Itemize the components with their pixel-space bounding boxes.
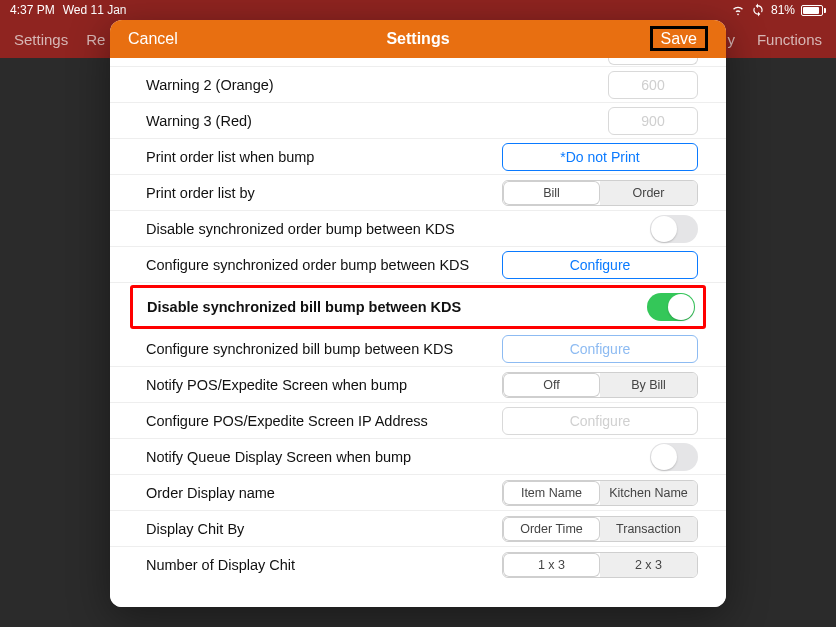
segment-order-name-item[interactable]: Item Name <box>503 481 600 505</box>
toggle-disable-order-sync[interactable] <box>650 215 698 243</box>
settings-list[interactable]: Warning 2 (Orange) 600 Warning 3 (Red) 9… <box>110 58 726 607</box>
settings-modal: Cancel Settings Save Warning 2 (Orange) … <box>110 20 726 607</box>
label-print-bump: Print order list when bump <box>146 149 492 165</box>
battery-icon <box>801 5 826 16</box>
row-warning-3: Warning 3 (Red) 900 <box>110 103 726 139</box>
row-notify-pos: Notify POS/Expedite Screen when bump Off… <box>110 367 726 403</box>
label-configure-order-sync: Configure synchronized order bump betwee… <box>146 257 492 273</box>
label-num-display-chit: Number of Display Chit <box>146 557 492 573</box>
row-disable-bill-sync: Disable synchronized bill bump between K… <box>130 285 706 329</box>
segment-print-by[interactable]: Bill Order <box>502 180 698 206</box>
label-display-chit-by: Display Chit By <box>146 521 492 537</box>
segment-chit-by-transaction[interactable]: Transaction <box>600 517 697 541</box>
input-warning-3[interactable]: 900 <box>608 107 698 135</box>
wifi-icon <box>731 3 745 17</box>
button-configure-order-sync[interactable]: Configure <box>502 251 698 279</box>
bgnav-partial-y[interactable]: y <box>727 31 735 48</box>
row-print-bump: Print order list when bump *Do not Print <box>110 139 726 175</box>
segment-chit-by[interactable]: Order Time Transaction <box>502 516 698 542</box>
modal-header: Cancel Settings Save <box>110 20 726 58</box>
segment-num-chit[interactable]: 1 x 3 2 x 3 <box>502 552 698 578</box>
bgnav-reports-partial[interactable]: Re <box>86 31 105 48</box>
row-warning-2: Warning 2 (Orange) 600 <box>110 67 726 103</box>
button-configure-bill-sync[interactable]: Configure <box>502 335 698 363</box>
row-notify-queue: Notify Queue Display Screen when bump <box>110 439 726 475</box>
row-disable-order-sync: Disable synchronized order bump between … <box>110 211 726 247</box>
label-notify-queue: Notify Queue Display Screen when bump <box>146 449 492 465</box>
label-warning-2: Warning 2 (Orange) <box>146 77 492 93</box>
label-notify-pos: Notify POS/Expedite Screen when bump <box>146 377 492 393</box>
row-configure-bill-sync: Configure synchronized bill bump between… <box>110 331 726 367</box>
row-warning-1-cut <box>110 58 726 67</box>
segment-print-by-order[interactable]: Order <box>600 181 697 205</box>
bgnav-settings[interactable]: Settings <box>14 31 68 48</box>
status-time: 4:37 PM <box>10 3 55 17</box>
toggle-disable-bill-sync[interactable] <box>647 293 695 321</box>
cancel-button[interactable]: Cancel <box>128 30 178 48</box>
label-warning-3: Warning 3 (Red) <box>146 113 492 129</box>
label-disable-bill-sync: Disable synchronized bill bump between K… <box>147 299 489 315</box>
row-order-display-name: Order Display name Item Name Kitchen Nam… <box>110 475 726 511</box>
segment-num-chit-2x3[interactable]: 2 x 3 <box>600 553 697 577</box>
segment-order-name[interactable]: Item Name Kitchen Name <box>502 480 698 506</box>
bgnav-functions[interactable]: Functions <box>757 31 822 48</box>
button-configure-pos-ip: Configure <box>502 407 698 435</box>
label-print-by: Print order list by <box>146 185 492 201</box>
toggle-notify-queue[interactable] <box>650 443 698 471</box>
row-display-chit-by: Display Chit By Order Time Transaction <box>110 511 726 547</box>
label-order-display-name: Order Display name <box>146 485 492 501</box>
row-print-by: Print order list by Bill Order <box>110 175 726 211</box>
segment-chit-by-ordertime[interactable]: Order Time <box>503 517 600 541</box>
button-print-bump[interactable]: *Do not Print <box>502 143 698 171</box>
sync-icon <box>751 3 765 17</box>
label-configure-bill-sync: Configure synchronized bill bump between… <box>146 341 492 357</box>
status-date: Wed 11 Jan <box>63 3 127 17</box>
label-configure-pos-ip: Configure POS/Expedite Screen IP Address <box>146 413 492 429</box>
label-disable-order-sync: Disable synchronized order bump between … <box>146 221 492 237</box>
input-warning-2[interactable]: 600 <box>608 71 698 99</box>
segment-order-name-kitchen[interactable]: Kitchen Name <box>600 481 697 505</box>
segment-num-chit-1x3[interactable]: 1 x 3 <box>503 553 600 577</box>
modal-title: Settings <box>110 30 726 48</box>
battery-percent: 81% <box>771 3 795 17</box>
segment-print-by-bill[interactable]: Bill <box>503 181 600 205</box>
segment-notify-pos-bybill[interactable]: By Bill <box>600 373 697 397</box>
save-button[interactable]: Save <box>650 26 708 51</box>
row-configure-order-sync: Configure synchronized order bump betwee… <box>110 247 726 283</box>
row-num-display-chit: Number of Display Chit 1 x 3 2 x 3 <box>110 547 726 583</box>
segment-notify-pos[interactable]: Off By Bill <box>502 372 698 398</box>
status-bar: 4:37 PM Wed 11 Jan 81% <box>0 0 836 20</box>
row-configure-pos-ip: Configure POS/Expedite Screen IP Address… <box>110 403 726 439</box>
segment-notify-pos-off[interactable]: Off <box>503 373 600 397</box>
